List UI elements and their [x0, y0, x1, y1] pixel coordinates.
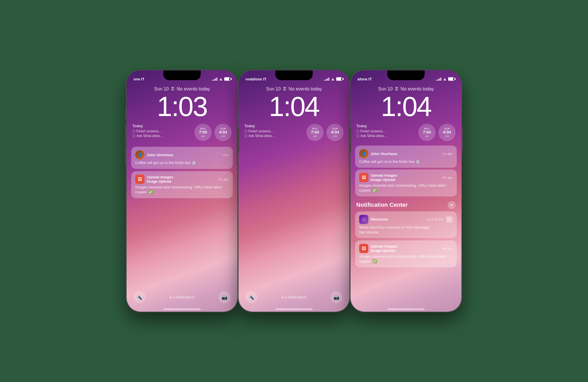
cup-clock-widget: CUP 4:03 AM: [214, 124, 232, 141]
todo-item-2-2: Ask Silvia abou...: [244, 134, 303, 138]
camera-button[interactable]: 📷: [218, 291, 231, 303]
battery-icon-2: [336, 77, 343, 81]
shortcuts-action-button[interactable]: ↗: [446, 216, 453, 223]
notif-app-info: Upload Images Image Upload: [147, 175, 173, 184]
cup-clock-widget-2: CUP 4:04 AM: [326, 124, 344, 141]
recent-notifications-area-3: 👤 John Voorhees 1m ago Coffee will get u…: [351, 146, 461, 304]
carrier-label-2: vodafone IT: [245, 77, 266, 81]
nc-notif-body-shortcuts: When MaxTicci connects to "KIA Sportage": [359, 225, 453, 230]
bottom-bar: 🔦 ● 2 Notifications 📷: [127, 288, 237, 307]
phone-1: one IT ▲: [126, 70, 238, 312]
volume-down-button[interactable]: [125, 146, 126, 165]
top-section: Sun 10 🗓 No events today 1:03: [127, 84, 237, 124]
nc-notif-subtitle-shortcuts: Set Volume: [359, 230, 453, 235]
signal-icon-2: [324, 77, 329, 81]
nc-notif-app-subtitle-upload: Image Upload: [371, 248, 397, 253]
power-button-2[interactable]: [350, 127, 351, 153]
notif-body-2: Images received and compressing. URLs ha…: [135, 185, 229, 195]
nc-notif-upload[interactable]: 🖼 Upload Images Image Upload 8m ago Imag…: [355, 240, 457, 267]
notif-count-label: 2 Notifications: [173, 295, 194, 299]
nc-notif-shortcuts[interactable]: ⬡ Shortcuts Fri 4:35 PM ↗: [355, 211, 457, 238]
recent-notif-title-row-upload-3: 🖼 Upload Images Image Upload: [359, 173, 397, 182]
nc-upload-app-icon: 🖼: [359, 244, 368, 253]
recent-notif-header-3: 👤 John Voorhees 1m ago: [359, 149, 453, 158]
shortcuts-app-icon: ⬡: [359, 215, 368, 224]
recent-notif-card-message-3[interactable]: 👤 John Voorhees 1m ago Coffee will get u…: [355, 146, 457, 168]
top-section-3: Sun 10 🗓 No events today 1:04: [351, 84, 461, 124]
notif-time-2: 2m ago: [218, 178, 229, 181]
notification-card-message[interactable]: 👤 John Voorhees now Coffee will get us t…: [131, 147, 233, 169]
top-section-2: Sun 10 🗓 No events today 1:04: [239, 84, 349, 124]
volume-up-button[interactable]: [125, 124, 126, 143]
circle-icon-2-3: [356, 134, 359, 137]
camera-button-2[interactable]: 📷: [330, 291, 343, 303]
recent-notif-body-upload-3: Images received and compressing. URLs ha…: [359, 183, 453, 193]
circle-icon-2-2: [244, 134, 247, 137]
status-icons: ▲: [212, 77, 231, 81]
notif-body: Coffee will get us to the finish line 🍵: [135, 161, 229, 165]
todo-item-2-3: Ask Silvia abou...: [356, 134, 415, 138]
volume-down-button-3[interactable]: [349, 146, 350, 165]
upload-app-icon-3: 🖼: [359, 173, 368, 182]
signal-bar-3: [215, 78, 216, 81]
status-icons-3: ▲: [436, 77, 454, 81]
nyc-ampm-2: AM: [313, 135, 317, 138]
nc-close-button[interactable]: ✕: [448, 201, 456, 209]
today-widget-2: Today Finish screens... Ask Silvia abou.…: [244, 124, 303, 138]
notch: [163, 70, 201, 80]
phone-1-screen: one IT ▲: [127, 70, 237, 312]
volume-up-button-3[interactable]: [349, 124, 350, 143]
carrier-label: one IT: [134, 77, 144, 81]
circle-icon-2: [132, 134, 135, 137]
notif-header-2: 🖼 Upload Images Image Upload 2m ago: [135, 175, 229, 184]
notifications-count-2: ● 5 Notifications: [282, 295, 307, 299]
upload-app-icon: 🖼: [135, 175, 144, 184]
nc-notif-actions-shortcuts: Fri 4:35 PM ↗: [427, 216, 453, 223]
wifi-icon: ▲: [219, 77, 223, 81]
notification-center-section: Notification Center ✕ ⬡ Shortcuts: [355, 198, 457, 268]
avatar-image: 👤: [135, 150, 144, 159]
recent-notif-title-row-3: 👤 John Voorhees: [359, 149, 397, 158]
today-label-3: Today: [356, 124, 415, 128]
signal-icon-3: [436, 77, 441, 81]
volume-down-button-2[interactable]: [237, 146, 238, 165]
phone-2-frame: vodafone IT ▲: [238, 70, 350, 312]
notification-card-upload[interactable]: 🖼 Upload Images Image Upload 2m ago Imag…: [131, 171, 233, 198]
signal-bar-4: [216, 78, 217, 81]
nyc-clock-widget-2: NYC 7:04 AM: [306, 124, 324, 141]
avatar: 👤: [135, 150, 144, 159]
nyc-time: 7:03: [199, 130, 207, 134]
recent-notif-time-upload-3: 2m ago: [442, 176, 453, 179]
todo-text-2-3: Ask Silvia abou...: [360, 134, 387, 138]
time-display-3: 1:04: [357, 93, 454, 120]
phone-2-lockscreen: vodafone IT ▲: [239, 70, 349, 312]
volume-up-button-2[interactable]: [237, 124, 238, 143]
notif-title-row-2: 🖼 Upload Images Image Upload: [135, 175, 173, 184]
circle-icon-1: [132, 130, 135, 133]
nc-notif-time-shortcuts: Fri 4:35 PM: [427, 218, 444, 221]
power-button-3[interactable]: [462, 127, 463, 153]
nc-notif-header-upload: 🖼 Upload Images Image Upload 8m ago: [359, 244, 453, 253]
nc-notif-app-name-shortcuts: Shortcuts: [371, 217, 388, 221]
todo-item-2: Ask Silvia abou...: [132, 134, 192, 138]
phone-2-screen: vodafone IT ▲: [239, 70, 349, 312]
home-indicator: [163, 308, 201, 310]
flashlight-button-2[interactable]: 🔦: [245, 291, 258, 303]
cup-ampm: AM: [221, 135, 225, 138]
nc-header: Notification Center ✕: [355, 198, 457, 211]
widgets-row-3: Today Finish screens... Ask Silvia abou.…: [351, 124, 461, 141]
nyc-time-3: 7:04: [423, 130, 431, 134]
carrier-label-3: afone IT: [357, 77, 372, 81]
power-button[interactable]: [238, 127, 239, 153]
notif-app-subtitle: Image Upload: [147, 179, 173, 184]
todo-text-1-2: Finish screens...: [248, 129, 273, 133]
no-notifications-spacer: [239, 144, 349, 288]
recent-notif-card-upload-3[interactable]: 🖼 Upload Images Image Upload 2m ago Imag…: [355, 169, 457, 196]
notifications-count: ● 2 Notifications: [170, 295, 195, 299]
recent-notif-sender-3: John Voorhees: [371, 152, 397, 156]
nc-notif-title-row-upload: 🖼 Upload Images Image Upload: [359, 244, 397, 253]
wifi-icon-3: ▲: [443, 77, 447, 81]
avatar-image-3: 👤: [359, 149, 368, 158]
flashlight-button[interactable]: 🔦: [134, 291, 146, 303]
todo-item-1-2: Finish screens...: [244, 129, 303, 133]
